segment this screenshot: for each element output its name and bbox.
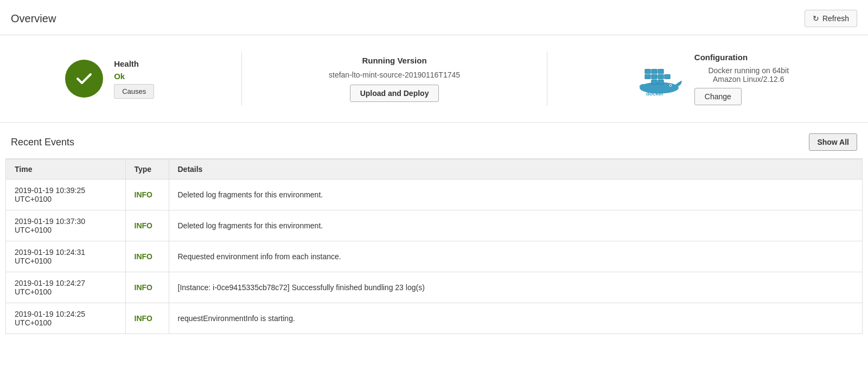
cell-time: 2019-01-19 10:24:27 UTC+0100 — [6, 272, 125, 303]
events-header: Recent Events Show All — [0, 123, 868, 158]
change-button[interactable]: Change — [694, 88, 742, 105]
svg-rect-4 — [645, 75, 651, 79]
svg-point-11 — [670, 85, 671, 86]
cell-details: Requested environment info from each ins… — [169, 241, 862, 272]
page-title: Overview — [11, 12, 56, 25]
events-title: Recent Events — [11, 137, 74, 148]
table-row: 2019-01-19 10:24:25 UTC+0100INFOrequestE… — [6, 303, 862, 334]
cell-type: INFO — [125, 210, 169, 241]
info-badge: INFO — [135, 190, 152, 199]
causes-button[interactable]: Causes — [114, 84, 154, 99]
page-header: Overview ↻ Refresh — [0, 0, 868, 35]
cell-time: 2019-01-19 10:39:25 UTC+0100 — [6, 180, 125, 210]
cell-type: INFO — [125, 272, 169, 303]
table-row: 2019-01-19 10:24:31 UTC+0100INFORequeste… — [6, 241, 862, 272]
config-info: Configuration Docker running on 64bit Am… — [694, 53, 803, 105]
cell-details: Deleted log fragments for this environme… — [169, 180, 862, 210]
checkmark-icon — [74, 68, 94, 89]
health-section: Health Ok Causes — [65, 59, 154, 99]
version-value: stefan-lto-mint-source-20190116T1745 — [329, 71, 460, 79]
events-table-container: Time Type Details 2019-01-19 10:39:25 UT… — [5, 158, 863, 334]
events-table: Time Type Details 2019-01-19 10:39:25 UT… — [6, 159, 862, 334]
info-badge: INFO — [135, 314, 152, 323]
svg-rect-3 — [658, 69, 664, 74]
col-header-details: Details — [169, 159, 862, 180]
info-badge: INFO — [135, 252, 152, 261]
config-value: Docker running on 64bit Amazon Linux/2.1… — [694, 66, 803, 84]
col-header-type: Type — [125, 159, 169, 180]
svg-rect-8 — [652, 80, 658, 84]
cell-type: INFO — [125, 180, 169, 210]
svg-rect-6 — [658, 75, 664, 79]
refresh-label: Refresh — [822, 14, 849, 23]
svg-rect-1 — [645, 69, 651, 74]
version-label: Running Version — [362, 56, 426, 65]
table-body: 2019-01-19 10:39:25 UTC+0100INFODeleted … — [6, 180, 862, 334]
info-badge: INFO — [135, 283, 152, 292]
cell-type: INFO — [125, 241, 169, 272]
config-label: Configuration — [694, 53, 803, 62]
cell-type: INFO — [125, 303, 169, 334]
show-all-button[interactable]: Show All — [809, 133, 857, 151]
refresh-icon: ↻ — [813, 14, 819, 23]
cell-details: [Instance: i-0ce9415335cb78c72] Successf… — [169, 272, 862, 303]
health-info: Health Ok Causes — [114, 59, 154, 99]
cell-time: 2019-01-19 10:24:31 UTC+0100 — [6, 241, 125, 272]
version-section: Running Version stefan-lto-mint-source-2… — [329, 56, 460, 102]
svg-rect-2 — [652, 69, 658, 74]
col-header-time: Time — [6, 159, 125, 180]
cell-details: requestEnvironmentInfo is starting. — [169, 303, 862, 334]
table-row: 2019-01-19 10:37:30 UTC+0100INFODeleted … — [6, 210, 862, 241]
svg-text:docker: docker — [646, 91, 663, 97]
cell-time: 2019-01-19 10:37:30 UTC+0100 — [6, 210, 125, 241]
config-section: docker Configuration Docker running on 6… — [635, 53, 803, 105]
overview-panel: Health Ok Causes Running Version stefan-… — [0, 35, 868, 123]
refresh-button[interactable]: ↻ Refresh — [805, 10, 857, 27]
svg-rect-7 — [665, 75, 671, 79]
info-badge: INFO — [135, 221, 152, 230]
cell-details: Deleted log fragments for this environme… — [169, 210, 862, 241]
divider-1 — [241, 52, 242, 106]
table-header: Time Type Details — [6, 159, 862, 180]
svg-rect-9 — [658, 80, 664, 84]
divider-2 — [547, 52, 547, 106]
upload-deploy-button[interactable]: Upload and Deploy — [350, 85, 439, 102]
cell-time: 2019-01-19 10:24:25 UTC+0100 — [6, 303, 125, 334]
svg-rect-5 — [652, 75, 658, 79]
health-icon — [65, 60, 103, 98]
table-row: 2019-01-19 10:39:25 UTC+0100INFODeleted … — [6, 180, 862, 210]
docker-logo-icon: docker — [635, 60, 684, 97]
health-status: Ok — [114, 72, 154, 81]
health-label: Health — [114, 59, 154, 68]
table-row: 2019-01-19 10:24:27 UTC+0100INFO[Instanc… — [6, 272, 862, 303]
